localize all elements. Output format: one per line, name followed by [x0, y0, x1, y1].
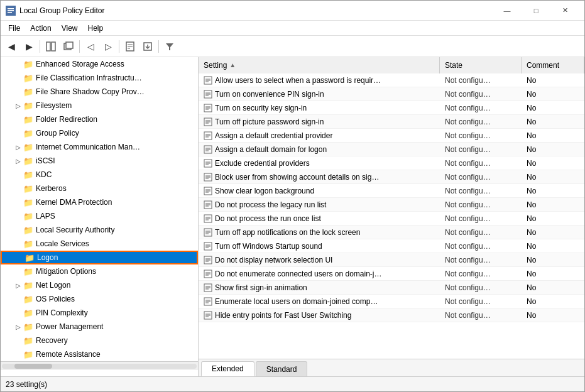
col-header-setting[interactable]: Setting ▲ — [199, 57, 440, 74]
menu-help[interactable]: Help — [83, 21, 109, 35]
export-button[interactable] — [139, 38, 156, 55]
table-row[interactable]: Allow users to select when a password is… — [199, 74, 584, 87]
sidebar-item-group-policy[interactable]: 📁 Group Policy — [1, 126, 198, 140]
folder-icon: 📁 — [23, 87, 33, 97]
col-header-state[interactable]: State — [440, 57, 522, 74]
table-row[interactable]: Turn on security key sign-in Not configu… — [199, 101, 584, 115]
help-button[interactable] — [122, 38, 138, 55]
menu-view[interactable]: View — [57, 21, 83, 35]
sidebar-item-net-logon[interactable]: ▷ 📁 Net Logon — [1, 278, 198, 292]
policy-icon — [204, 214, 212, 223]
folder-icon: 📁 — [23, 197, 33, 207]
forward-button[interactable]: ▶ — [21, 38, 37, 55]
sidebar-item-folder-redirection[interactable]: 📁 Folder Redirection — [1, 112, 198, 126]
policy-icon — [204, 145, 212, 154]
sidebar-item-os-policies[interactable]: 📁 OS Policies — [1, 292, 198, 306]
cell-state: Not configu… — [440, 145, 522, 154]
cell-setting: Assign a default domain for logon — [199, 145, 440, 154]
sidebar-item-laps[interactable]: 📁 LAPS — [1, 209, 198, 223]
table-row[interactable]: Do not display network selection UI Not … — [199, 253, 584, 267]
forward2-button[interactable]: ▷ — [100, 38, 116, 55]
table-row[interactable]: Do not process the run once list Not con… — [199, 212, 584, 226]
setting-text: Block user from showing account details … — [215, 173, 379, 182]
status-text: 23 setting(s) — [6, 380, 47, 389]
col-header-comment[interactable]: Comment — [522, 57, 584, 74]
policy-icon — [204, 270, 212, 278]
sidebar-item-remote-assistance[interactable]: 📁 Remote Assistance — [1, 347, 198, 361]
table-row[interactable]: Show clear logon background Not configu…… — [199, 184, 584, 198]
sidebar-item-local-security[interactable]: 📁 Local Security Authority — [1, 223, 198, 237]
cell-setting: Turn on convenience PIN sign-in — [199, 90, 440, 99]
menu-file[interactable]: File — [3, 21, 25, 35]
cell-setting: Do not enumerate connected users on doma… — [199, 270, 440, 278]
back-button[interactable]: ◀ — [3, 38, 19, 55]
tab-extended[interactable]: Extended — [201, 361, 254, 376]
sidebar-item-kernel-dma[interactable]: 📁 Kernel DMA Protection — [1, 195, 198, 209]
sidebar-item-file-classification[interactable]: 📁 File Classification Infrastructu… — [1, 71, 198, 85]
sidebar-item-filesystem[interactable]: ▷ 📁 Filesystem — [1, 99, 198, 112]
table-row[interactable]: Do not process the legacy run list Not c… — [199, 198, 584, 212]
title-bar: Local Group Policy Editor — □ ✕ — [1, 1, 584, 21]
folder-icon: 📁 — [23, 335, 33, 346]
policy-icon — [204, 131, 212, 140]
sidebar-item-internet-communication[interactable]: ▷ 📁 Internet Communication Man… — [1, 140, 198, 154]
sidebar-item-label: iSCSI — [36, 156, 198, 165]
table-row[interactable]: Enumerate local users on domain-joined c… — [199, 295, 584, 308]
setting-text: Do not enumerate connected users on doma… — [215, 270, 381, 278]
filter-button[interactable] — [161, 38, 178, 55]
cell-setting: Enumerate local users on domain-joined c… — [199, 297, 440, 306]
expand-icon: ▷ — [13, 156, 23, 166]
setting-text: Show clear logon background — [215, 187, 314, 195]
cell-comment: No — [522, 214, 584, 223]
close-button[interactable]: ✕ — [550, 1, 579, 21]
cell-state: Not configu… — [440, 104, 522, 112]
menu-action[interactable]: Action — [25, 21, 56, 35]
policy-icon — [204, 104, 212, 112]
show-hide-button[interactable] — [43, 38, 59, 55]
new-window-button[interactable] — [60, 38, 77, 55]
table-row[interactable]: Assign a default credential provider Not… — [199, 129, 584, 143]
sidebar-item-pin-complexity[interactable]: 📁 PIN Complexity — [1, 306, 198, 320]
sidebar-item-iscsi[interactable]: ▷ 📁 iSCSI — [1, 154, 198, 168]
policy-icon — [204, 242, 212, 251]
sidebar-item-logon[interactable]: 📁 Logon — [1, 251, 198, 264]
sidebar-item-file-share[interactable]: 📁 File Share Shadow Copy Prov… — [1, 85, 198, 99]
sidebar-item-power-management[interactable]: ▷ 📁 Power Management — [1, 320, 198, 334]
policy-list[interactable]: Setting ▲ State Comment — [199, 57, 584, 359]
sidebar-tree[interactable]: 📁 Enhanced Storage Access 📁 File Classif… — [1, 57, 199, 376]
sidebar-item-mitigation-options[interactable]: 📁 Mitigation Options — [1, 264, 198, 278]
sidebar-item-label: Remote Assistance — [36, 350, 198, 359]
table-row[interactable]: Turn off app notifications on the lock s… — [199, 226, 584, 239]
policy-rows-container: Allow users to select when a password is… — [199, 74, 584, 322]
content-area: 📁 Enhanced Storage Access 📁 File Classif… — [1, 57, 584, 376]
setting-text: Turn off picture password sign-in — [215, 117, 324, 126]
sidebar-item-enhanced-storage[interactable]: 📁 Enhanced Storage Access — [1, 57, 198, 71]
cell-setting: Do not process the legacy run list — [199, 200, 440, 209]
minimize-button[interactable]: — — [493, 1, 522, 21]
table-row[interactable]: Turn off picture password sign-in Not co… — [199, 115, 584, 129]
policy-icon — [204, 256, 212, 264]
sidebar-item-locale-services[interactable]: 📁 Locale Services — [1, 237, 198, 251]
policy-icon — [204, 200, 212, 209]
sidebar-item-kerberos[interactable]: 📁 Kerberos — [1, 182, 198, 195]
sidebar-item-recovery[interactable]: 📁 Recovery — [1, 334, 198, 347]
table-row[interactable]: Exclude credential providers Not configu… — [199, 156, 584, 170]
table-row[interactable]: Turn off Windows Startup sound Not confi… — [199, 239, 584, 253]
table-row[interactable]: Do not enumerate connected users on doma… — [199, 267, 584, 281]
cell-state: Not configu… — [440, 76, 522, 85]
table-row[interactable]: Show first sign-in animation Not configu… — [199, 281, 584, 295]
table-row[interactable]: Block user from showing account details … — [199, 170, 584, 184]
sidebar-item-label: Locale Services — [36, 239, 198, 248]
back2-button[interactable]: ◁ — [82, 38, 99, 55]
tab-standard[interactable]: Standard — [256, 361, 308, 376]
setting-text: Assign a default credential provider — [215, 131, 332, 140]
toolbar: ◀ ▶ ◁ ▷ — [1, 36, 584, 57]
sidebar-h-scrollbar[interactable] — [1, 361, 198, 370]
cell-state: Not configu… — [440, 214, 522, 223]
maximize-button[interactable]: □ — [522, 1, 550, 21]
table-row[interactable]: Assign a default domain for logon Not co… — [199, 143, 584, 156]
table-row[interactable]: Turn on convenience PIN sign-in Not conf… — [199, 87, 584, 101]
cell-state: Not configu… — [440, 283, 522, 292]
sidebar-item-kdc[interactable]: 📁 KDC — [1, 168, 198, 182]
table-row[interactable]: Hide entry points for Fast User Switchin… — [199, 308, 584, 322]
